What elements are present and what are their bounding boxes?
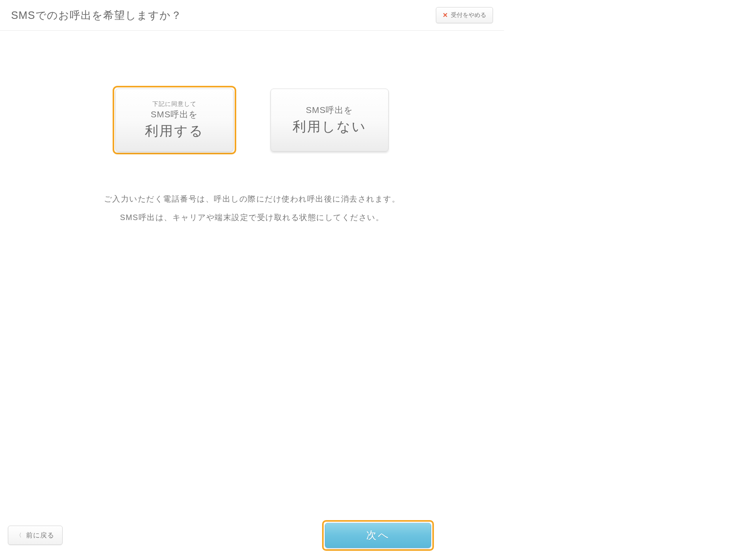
info-line-2: SMS呼出は、キャリアや端末設定で受け取れる状態にしてください。 [104,208,400,227]
close-icon: ✕ [443,11,448,19]
info-text: ご入力いただく電話番号は、呼出しの際にだけ使われ呼出後に消去されます。 SMS呼… [104,190,400,227]
option-use-large-text: 利用する [145,122,204,140]
options-row: 下記に同意して SMS呼出を 利用する SMS呼出を 利用しない [113,86,391,154]
option-use-agree-text: 下記に同意して [152,100,196,108]
option-not-use-large-text: 利用しない [293,118,367,136]
option-use-sms[interactable]: 下記に同意して SMS呼出を 利用する [115,89,233,152]
option-not-use-sms[interactable]: SMS呼出を 利用しない [271,89,389,152]
cancel-reception-button[interactable]: ✕ 受付をやめる [436,7,493,23]
option-use-sms-wrapper: 下記に同意して SMS呼出を 利用する [113,86,236,154]
cancel-button-label: 受付をやめる [451,11,486,19]
option-not-use-medium-text: SMS呼出を [306,104,354,116]
page-title: SMSでのお呼出を希望しますか？ [11,8,182,22]
main-content: 下記に同意して SMS呼出を 利用する SMS呼出を 利用しない ご入力いただく… [0,31,504,248]
header: SMSでのお呼出を希望しますか？ ✕ 受付をやめる [0,0,504,31]
info-line-1: ご入力いただく電話番号は、呼出しの際にだけ使われ呼出後に消去されます。 [104,190,400,208]
option-use-medium-text: SMS呼出を [151,109,198,120]
option-not-use-sms-wrapper: SMS呼出を 利用しない [268,86,391,154]
